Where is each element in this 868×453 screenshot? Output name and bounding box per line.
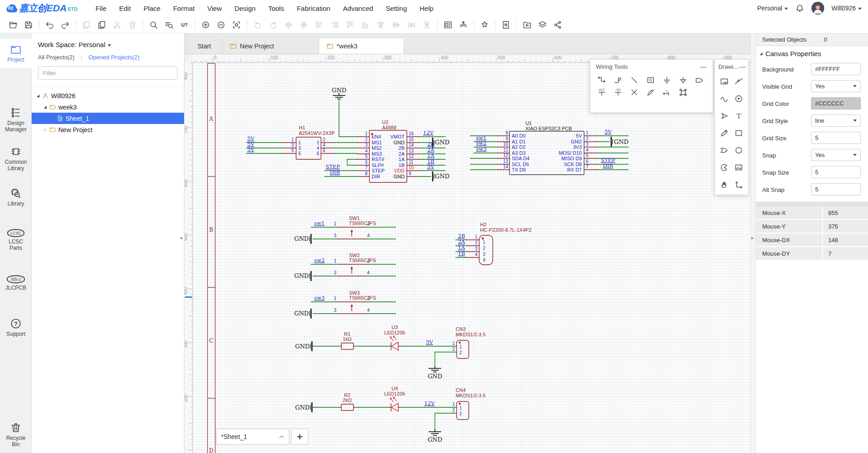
filter-input[interactable] [38,66,178,80]
workspace-selector[interactable]: Work Space: Personal [32,33,184,48]
wiring-tool-netport-icon[interactable] [692,74,708,86]
drawing-tool-ellipse-icon[interactable] [732,142,746,159]
alt-snap-input[interactable]: 5 [811,183,861,196]
doc-tab-start[interactable]: Start [186,38,222,54]
menu-setting[interactable]: Setting [379,1,413,15]
drawing-tool-rect-icon[interactable] [732,125,746,142]
tree-item-will0926[interactable]: ◢Will0926 [32,90,184,101]
sidebar-item-lcsc-parts[interactable]: LCSCLCSCParts [0,224,32,257]
menu-tools[interactable]: Tools [262,1,290,15]
toolbar-imp-icon[interactable] [456,18,471,32]
add-sheet-button[interactable]: + [291,429,308,445]
drawing-tool-drag-icon[interactable] [717,176,732,194]
wiring-tool-netlabel-icon[interactable]: N [643,74,659,86]
toolbar-layers-icon[interactable] [535,18,550,32]
opened-projects-link[interactable]: Opened Projects(2) [89,54,140,61]
toolbar-save-icon[interactable] [21,18,36,32]
toolbar-zoomout-icon[interactable] [213,18,229,32]
drawing-tool-arc-icon[interactable] [732,91,746,108]
tree-item-new-project[interactable]: ▷New Project [32,124,184,135]
wiring-tool-netclass-icon[interactable] [675,86,692,99]
expand-caret-icon[interactable]: ◢ [35,94,41,98]
canvas-properties-section[interactable]: ◢ Canvas Properties [756,46,868,61]
drawing-tool-pie-icon[interactable] [717,159,732,176]
sidebar-item-library[interactable]: Library [0,183,32,212]
toolbar-imgexp-icon[interactable] [440,18,456,32]
sidebar-item-common-library[interactable]: CommonLibrary [0,141,32,177]
menu-edit[interactable]: Edit [113,1,137,15]
grid-style-select[interactable]: line [811,114,861,127]
toolbar-bom-icon[interactable]: B [498,18,514,32]
doc-tab-new-project[interactable]: New Project [222,38,319,54]
wiring-tool-line-icon[interactable] [627,74,643,86]
drawing-tool-polyline-icon[interactable] [732,73,746,91]
minimize-button[interactable]: — [738,64,747,69]
menu-help[interactable]: Help [413,1,440,15]
wiring-tool-wire-icon[interactable] [594,74,610,86]
toolbar-wand-icon[interactable] [477,18,492,32]
collapse-left-panel-handle[interactable]: ◂ [180,235,182,240]
sidebar-item-design-manager[interactable]: DesignManager [0,102,32,138]
wiring-tool-gndflag-icon[interactable] [659,74,675,86]
sidebar-item-support[interactable]: ?Support [0,313,32,343]
drawing-tool-measure-icon[interactable] [732,176,746,194]
schematic-canvas[interactable]: 0100200300400500600700800900800700600500… [184,54,750,453]
drawing-tool-arrow-icon[interactable] [717,108,732,125]
menu-advanced[interactable]: Advanced [337,1,380,15]
avatar[interactable] [811,2,824,14]
menu-view[interactable]: View [201,1,228,15]
minimize-button[interactable]: — [699,64,708,69]
username-menu[interactable]: Will0926 [831,5,862,12]
sidebar-item-jlcpcb[interactable]: J@LCJLCPCB [0,270,32,296]
wiring-tool-vcc-icon[interactable]: VCC [594,86,610,99]
collapse-caret-icon[interactable]: ▷ [42,128,48,132]
sheet-tab[interactable]: *Sheet_1 [216,429,289,445]
app-logo[interactable]: 嘉立创EDASTD [5,2,77,14]
drawing-tool-bezier-icon[interactable] [717,91,732,108]
drawing-tool-text-icon[interactable]: T [732,108,746,125]
toolbar-redo-icon[interactable] [57,18,73,32]
expand-caret-icon[interactable]: ◢ [42,105,48,109]
toolbar-fit-icon[interactable] [229,18,244,32]
right-splitter[interactable] [750,33,756,453]
toolbar-zoomin-icon[interactable] [198,18,213,32]
tree-item-sheet_1[interactable]: Sheet_1 [32,113,184,124]
drawing-tool-image-icon[interactable] [732,159,746,176]
wiring-tool-bus-icon[interactable] [610,74,627,86]
toolbar-share-icon[interactable] [550,18,566,32]
doc-tab-week3[interactable]: *week3 [319,38,404,54]
drawing-tool-pencil-icon[interactable] [717,125,732,142]
menu-design[interactable]: Design [228,1,262,15]
workspace-switch[interactable]: Personal [757,5,788,12]
drawing-tool-polygon-icon[interactable] [717,142,732,159]
toolbar-back-icon[interactable] [519,18,535,32]
toolbar-search-icon[interactable] [146,18,161,32]
wiring-tool-v5-icon[interactable]: +5V [610,86,627,99]
sidebar-item-recycle-bin[interactable]: RecycleBin [0,417,32,453]
toolbar-undo-icon[interactable] [42,18,57,32]
grid-color-color-swatch[interactable]: #CCCCCC [811,97,861,110]
wiring-tool-gnd-icon[interactable] [675,74,692,86]
background-input[interactable]: #FFFFFF [811,63,861,75]
menu-fabrication[interactable]: Fabrication [290,1,336,15]
toolbar-open-icon[interactable] [5,18,21,32]
tree-item-week3[interactable]: ◢week3 [32,101,184,113]
toolbar-find-icon[interactable] [161,18,177,32]
menu-file[interactable]: File [89,1,113,15]
toolbar-copy-icon[interactable] [94,18,109,32]
grid-size-input[interactable]: 5 [811,132,861,144]
snap-size-input[interactable]: 5 [811,166,861,178]
wiring-tool-nc-icon[interactable] [627,86,643,99]
wiring-tool-probe-icon[interactable] [643,86,659,99]
drawing-tool-frame-icon[interactable] [717,73,732,91]
toolbar-uq-icon[interactable]: U? [177,18,192,32]
visible-grid-select[interactable]: Yes [811,80,861,92]
collapse-right-panel-handle[interactable]: ▸ [751,235,754,240]
menu-place[interactable]: Place [137,1,167,15]
wiring-tool-pin-icon[interactable]: 1 [659,86,675,99]
all-projects-link[interactable]: All Projects(2) [38,54,75,61]
menu-format[interactable]: Format [167,1,201,15]
sidebar-item-project[interactable]: Project [0,39,32,68]
notification-bell-icon[interactable] [795,4,804,13]
snap-select[interactable]: Yes [811,149,861,161]
